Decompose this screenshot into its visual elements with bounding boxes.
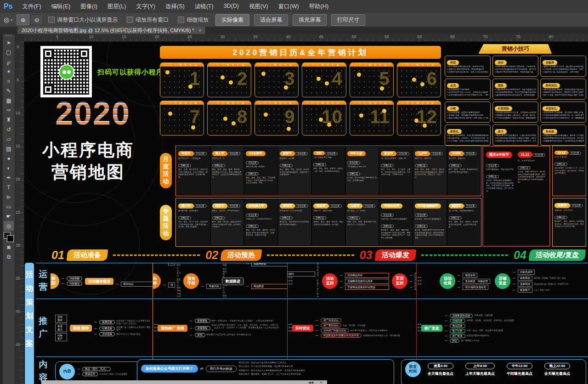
theme-text: 集福卡、猜灯谜，元宵佳节送好礼 xyxy=(212,209,243,212)
ruler-mark: 45 xyxy=(319,34,323,39)
promo-row-col-1: 活动预算渠道盘点目标客户渠道 梳理免费流量好友转发 / 店铺合词 / 公众号图文… xyxy=(51,299,153,356)
eraser-tool[interactable]: ▱ xyxy=(4,134,14,144)
theme-tag: 活动主题 xyxy=(227,204,240,208)
menu-item-3[interactable]: 图层(L) xyxy=(102,3,131,11)
flow-branch: 店铺数据访客数 / 浏览量 xyxy=(246,294,287,298)
menu-item-8[interactable]: 视图(V) xyxy=(244,3,273,11)
checkbox-icon[interactable] xyxy=(127,17,133,23)
healing-brush-tool[interactable]: ▦ xyxy=(4,96,14,105)
eyedropper-tool[interactable]: ✎ xyxy=(4,86,14,96)
screen-mode[interactable]: ⧉ xyxy=(4,252,14,261)
option-button-1[interactable]: 适合屏幕 xyxy=(254,14,288,26)
menu-item-2[interactable]: 图像(I) xyxy=(75,3,102,11)
flow-node-note: 销售额 / 买家数 / 毛利率 / 推广成本 xyxy=(534,277,566,280)
activity-title: 夏凉节 xyxy=(381,151,396,156)
zoom-tool-preset[interactable]: ◎ ▾ xyxy=(0,16,16,23)
industry-text: 图书、教育、文具等，数码类均可主推开学季·囤货清单福利！ xyxy=(449,168,479,174)
panel-grip[interactable]: •••••• xyxy=(6,34,12,38)
option-checkbox-0[interactable]: 调整窗口大小以满屏显示 xyxy=(48,16,118,24)
magic-wand-tool[interactable]: ✶ xyxy=(4,67,14,76)
flow-node-wrap: 流量情况渠道来源比例 / 营销支付 / 页面PV·UV xyxy=(518,282,568,287)
option-checkbox-2[interactable]: 细微缩放 xyxy=(178,16,209,24)
brush-tool[interactable]: ✑ xyxy=(4,105,14,115)
tab-close-icon[interactable]: × xyxy=(198,28,201,33)
industry-text: 全品类，迎国庆家居类高频商品家，可借势开展国庆长假出游系列活动，住宿与酒店等迎来… xyxy=(486,179,515,192)
option-button-2[interactable]: 填充屏幕 xyxy=(293,14,327,26)
flow-branch: 店铺整体流量转化效果 xyxy=(340,279,389,284)
checkbox-icon[interactable] xyxy=(178,17,184,23)
calendar-month-number: 7 xyxy=(190,107,200,126)
document-canvas[interactable]: 扫码可以获得小程序扶持 2020 小程序电商 营销地图 2020营销日历&全年营… xyxy=(24,41,588,384)
menu-item-1[interactable]: 编辑(E) xyxy=(46,3,76,11)
phase-dash-line xyxy=(267,254,354,256)
color-swatches[interactable] xyxy=(4,232,14,242)
option-checkbox-1[interactable]: 缩放所有窗口 xyxy=(127,16,169,24)
menu-item-0[interactable]: 文件(F) xyxy=(17,3,46,11)
horizontal-ruler: 5101520253035404550556065707580 xyxy=(24,34,588,42)
calendar-weekday-row: 一二三四五六日 xyxy=(350,101,393,105)
gradient-tool[interactable]: ▧ xyxy=(4,144,14,153)
strip-char: 动 xyxy=(26,284,33,294)
theme-tag: 活动主题 xyxy=(227,152,240,155)
ruler-mark: 15 xyxy=(122,34,126,39)
menu-item-5[interactable]: 选择(S) xyxy=(160,3,190,11)
blur-tool[interactable]: ● xyxy=(4,153,14,163)
crop-tool[interactable]: ⌗ xyxy=(4,76,14,86)
row-label-char: 广 xyxy=(39,328,48,340)
flow-node: 老客获取 xyxy=(195,326,210,330)
zoom-tool[interactable]: ◎ xyxy=(4,221,14,231)
flow-node: 流量数据完成度 xyxy=(450,314,473,318)
phase-banner-03: 活动爆发 xyxy=(374,249,416,261)
industry-text: 鲜花、珠宝、零食、生鲜等，老情侣类用户可推出浪漫购物活动，将传文案可以提前做，浪… xyxy=(415,168,445,179)
quick-mask[interactable]: ◙ xyxy=(4,242,14,252)
industry-tag: 适用行业 xyxy=(554,163,567,166)
flow-node: 商品流量 xyxy=(450,324,465,328)
headline-mid: ⇄ xyxy=(200,367,204,371)
hand-tool[interactable]: ☛ xyxy=(4,211,14,221)
strip-char: 划 xyxy=(26,311,33,321)
option-button-0[interactable]: 实际像素 xyxy=(215,14,249,26)
type-tool[interactable]: T xyxy=(4,182,14,192)
menu-item-7[interactable]: 3D(D) xyxy=(219,3,244,11)
document-tab[interactable]: 2020小程序电商营销地图.jpg @ 12.5% (扫码可以获得小程序扶持, … xyxy=(17,27,206,34)
flow-node-wrap: 活动商品库存 xyxy=(345,273,389,278)
option-button-3[interactable]: 打印尺寸 xyxy=(331,14,365,26)
window-bottom-scrollbar[interactable]: ◀◀ ✕ xyxy=(41,380,327,384)
background-color[interactable] xyxy=(7,235,14,242)
menu-item-9[interactable]: 窗口(W) xyxy=(273,3,304,11)
flow-node: 预热推广 浪潮 xyxy=(158,325,187,332)
scroll-nav-icon[interactable]: ◀◀ xyxy=(308,381,313,384)
flow-node-note: 朋友圈广告 / 自媒体公众号合作 / 网红投放 xyxy=(116,326,152,332)
zoom-in-button[interactable]: ⊕ xyxy=(17,14,29,25)
zoom-out-button[interactable]: ⊖ xyxy=(30,14,43,25)
theme-text: 来一场“清凉盛夏节”，消暑一夏 xyxy=(381,157,411,160)
calendar-month-3: 一二三四五六日3 xyxy=(254,62,299,97)
menu-item-10[interactable]: 帮助(H) xyxy=(304,3,334,11)
lasso-tool[interactable]: ℘ xyxy=(4,57,14,67)
shape-tool[interactable]: ▭ xyxy=(4,202,14,211)
theme-text: 收心开学，焕新出发 xyxy=(449,157,479,160)
tip-line: »帮砍用户带货的裂变可循环，借助关系链扩散 xyxy=(495,71,536,73)
pen-tool[interactable]: ✒ xyxy=(4,173,14,182)
tip-line: »佣金以回购需用活动+国外版）位置+结合+小门槛+必做 xyxy=(447,117,488,119)
industry-text: 食品类、回馈类老用户可推出学生党受承诺返利特惠活动，购买任意商品立减300元优惠… xyxy=(415,229,445,239)
flow-children: 新客获取裂变：拼团+砍价，不失面子的拉新 / 分销推广：分销与老客裂变推广老客获… xyxy=(190,319,281,337)
ops-row: 运营回顾2019年活动效果店铺同比增长率推广预算销售目标：销售额=访客数×转化率… xyxy=(36,263,588,298)
activity-title: 3.8女神节 xyxy=(246,151,266,156)
path-select-tool[interactable]: ⊳ xyxy=(4,192,14,202)
move-tool[interactable]: ➤ xyxy=(4,38,14,47)
clone-stamp-tool[interactable]: ♜ xyxy=(4,115,14,124)
row-label: 推广 xyxy=(36,299,51,356)
menu-item-4[interactable]: 文字(Y) xyxy=(131,3,160,11)
flow-branch: 预热推广 浪潮新客获取裂变：拼团+砍价，不失面子的拉新 / 分销推广：分销与老客… xyxy=(158,319,286,337)
window-close-icon[interactable]: ✕ xyxy=(320,381,322,384)
flow-node-note: 裂变：拼团+砍价，不失面子的拉新 / 分销推广：分销与老客裂变推广 xyxy=(212,320,275,322)
flow-node: 内容 xyxy=(59,364,75,379)
strip-char: 策 xyxy=(26,298,33,307)
flow-arrows-icon: ➔➔➔➔➔➔ xyxy=(417,323,422,332)
history-brush-tool[interactable]: ↺ xyxy=(4,124,14,134)
marquee-tool[interactable]: ▢ xyxy=(4,47,14,57)
dodge-tool[interactable]: ◐ xyxy=(4,163,14,173)
menu-item-6[interactable]: 滤镜(T) xyxy=(190,3,219,11)
checkbox-icon[interactable] xyxy=(48,17,55,23)
